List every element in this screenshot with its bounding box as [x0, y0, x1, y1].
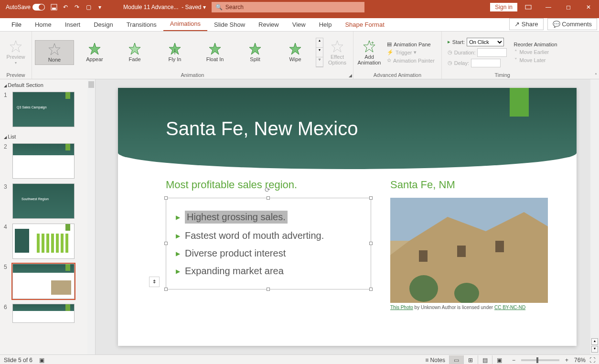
thumbnail-3[interactable]: Southwest Region [12, 183, 75, 219]
bullet-2[interactable]: ▶Fastest word of mouth adverting. [176, 230, 361, 241]
sorter-view-icon[interactable]: ⊞ [463, 355, 478, 364]
resize-handle[interactable] [369, 242, 373, 245]
animation-wipe[interactable]: Wipe [276, 40, 315, 65]
thumb-row-4[interactable]: 4 [0, 223, 95, 263]
zoom-in-icon[interactable]: + [563, 357, 570, 364]
tab-animations[interactable]: Animations [163, 17, 207, 31]
bullet-1[interactable]: ▶Highest grossing sales. [176, 211, 361, 224]
gallery-down-icon[interactable]: ▾ [316, 48, 323, 57]
tab-transitions[interactable]: Transitions [120, 18, 163, 31]
minimize-icon[interactable]: — [539, 0, 558, 14]
bullet-3[interactable]: ▶Diverse product interest [176, 248, 361, 259]
share-button[interactable]: ↗ Share [509, 18, 543, 30]
zoom-slider[interactable] [521, 359, 559, 361]
preview-button[interactable]: Preview ▾ [3, 38, 29, 67]
thumbnail-5[interactable] [12, 264, 75, 299]
autofit-options-icon[interactable]: ⇕ [149, 277, 160, 287]
notes-button[interactable]: ≡ Notes [425, 357, 445, 364]
trigger-button[interactable]: ⚡Trigger ▾ [386, 49, 436, 56]
bullet-4[interactable]: ▶Expanding market area [176, 266, 361, 277]
tab-view[interactable]: View [286, 18, 312, 31]
normal-view-icon[interactable]: ▭ [449, 355, 463, 364]
slide-canvas[interactable]: Santa Fe, New Mexico Most profitable sal… [118, 88, 577, 346]
gallery-more-icon[interactable]: ▿ [316, 57, 323, 67]
slide-title-area[interactable]: Santa Fe, New Mexico [118, 88, 577, 169]
prev-slide-icon[interactable]: ▴ [591, 338, 598, 345]
slide-counter[interactable]: Slide 5 of 6 [4, 357, 32, 364]
thumb-row-5[interactable]: 5 [0, 263, 95, 303]
tab-slideshow[interactable]: Slide Show [207, 18, 252, 31]
thumb-row-3[interactable]: 3 Southwest Region [0, 182, 95, 223]
reading-view-icon[interactable]: ▤ [478, 355, 492, 364]
credit-link-2[interactable]: CC BY-NC-ND [494, 305, 525, 310]
thumbnail-panel[interactable]: Default Section 1 Q3 Sales Campaign List… [0, 79, 96, 354]
animation-split[interactable]: Split [235, 40, 275, 65]
next-slide-icon[interactable]: ▾ [591, 346, 598, 353]
gallery-up-icon[interactable]: ▴ [316, 38, 323, 48]
effect-options-button[interactable]: Effect Options [324, 38, 350, 67]
tab-shape-format[interactable]: Shape Format [338, 18, 391, 31]
tab-design[interactable]: Design [87, 18, 119, 31]
fit-to-window-icon[interactable]: ⛶ [589, 357, 595, 364]
animation-floatin[interactable]: Float In [195, 40, 235, 65]
accessibility-icon[interactable]: ▣ [39, 357, 44, 364]
tab-insert[interactable]: Insert [58, 18, 87, 31]
thumb-row-2[interactable]: 2 [0, 142, 95, 182]
autosave-toggle[interactable]: AutoSave [4, 4, 47, 11]
resize-handle[interactable] [164, 288, 168, 291]
thumbnail-2[interactable] [12, 143, 75, 179]
animation-fade[interactable]: Fade [115, 40, 154, 65]
resize-handle[interactable] [369, 196, 373, 200]
undo-icon[interactable]: ↶ [61, 3, 70, 11]
save-icon[interactable] [50, 3, 58, 11]
animation-appear[interactable]: Appear [75, 40, 114, 65]
animation-painter-button[interactable]: ✫Animation Painter [386, 57, 436, 64]
slide-title-text[interactable]: Santa Fe, New Mexico [166, 118, 358, 139]
animation-gallery[interactable]: None Appear Fade Fly In Float In [35, 40, 315, 65]
slide-image[interactable] [390, 198, 548, 303]
zoom-out-icon[interactable]: − [510, 357, 517, 364]
section-list[interactable]: List [0, 131, 95, 142]
credit-link-1[interactable]: This Photo [390, 305, 413, 310]
comments-button[interactable]: 💬 Comments [547, 18, 597, 30]
thumbnail-1[interactable]: Q3 Sales Campaign [12, 92, 75, 127]
from-beginning-icon[interactable]: ▢ [84, 3, 93, 11]
animation-pane-button[interactable]: ▤Animation Pane [386, 41, 436, 48]
tab-file[interactable]: File [5, 18, 28, 31]
resize-handle[interactable] [164, 242, 168, 245]
animation-flyin[interactable]: Fly In [155, 40, 194, 65]
thumbnail-6[interactable] [12, 304, 75, 323]
sign-in-button[interactable]: Sign in [490, 2, 518, 12]
slide-scrollbar[interactable] [590, 79, 599, 354]
tab-help[interactable]: Help [312, 18, 339, 31]
ribbon-display-icon[interactable] [519, 0, 538, 14]
animation-none[interactable]: None [35, 40, 74, 65]
thumbnail-scrollbar[interactable] [87, 79, 95, 354]
tab-review[interactable]: Review [252, 18, 286, 31]
rotate-handle-icon[interactable]: ⟳ [265, 186, 270, 193]
right-subtitle[interactable]: Santa Fe, NM [390, 179, 553, 191]
move-earlier-button[interactable]: ˄Move Earlier [513, 49, 557, 56]
start-select[interactable]: On Click [467, 38, 504, 46]
search-box[interactable]: 🔍 Search [212, 2, 364, 12]
resize-handle[interactable] [164, 196, 168, 200]
close-icon[interactable]: ✕ [579, 0, 598, 14]
animation-dialog-launcher-icon[interactable]: ◢ [349, 73, 352, 78]
slide-editor[interactable]: Santa Fe, New Mexico Most profitable sal… [96, 79, 599, 354]
thumbnail-4[interactable] [12, 224, 75, 259]
content-text-box[interactable]: ⟳ ▶Highest grossing sales. ▶Fastest word… [166, 198, 371, 289]
qat-more-icon[interactable]: ▾ [96, 3, 104, 11]
section-default[interactable]: Default Section [0, 79, 95, 91]
resize-handle[interactable] [369, 288, 373, 291]
thumb-row-6[interactable]: 6 [0, 303, 95, 327]
resize-handle[interactable] [267, 196, 270, 200]
tab-home[interactable]: Home [28, 18, 58, 31]
redo-icon[interactable]: ↷ [73, 3, 81, 11]
gallery-scroll[interactable]: ▴ ▾ ▿ [316, 38, 323, 67]
duration-input[interactable] [477, 48, 507, 57]
delay-input[interactable] [471, 59, 501, 67]
move-later-button[interactable]: ˅Move Later [513, 57, 557, 64]
collapse-ribbon-icon[interactable]: ˄ [595, 73, 597, 78]
maximize-icon[interactable]: ◻ [559, 0, 578, 14]
thumb-row-1[interactable]: 1 Q3 Sales Campaign [0, 91, 95, 131]
